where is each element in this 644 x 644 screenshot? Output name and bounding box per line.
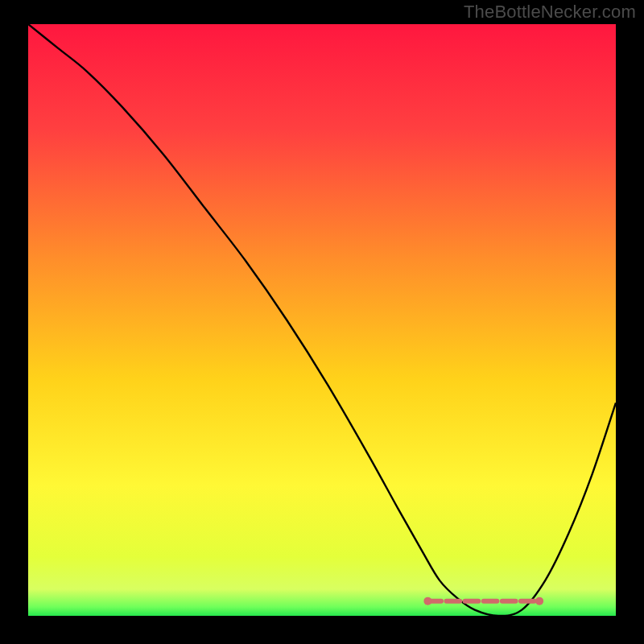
gradient-background <box>28 24 616 616</box>
watermark-text: TheBottleNecker.com <box>464 2 636 23</box>
svg-point-7 <box>535 597 543 605</box>
chart-frame: TheBottleNecker.com <box>0 0 644 644</box>
chart-svg <box>28 24 616 616</box>
plot-area <box>28 24 616 616</box>
svg-point-6 <box>423 597 431 605</box>
